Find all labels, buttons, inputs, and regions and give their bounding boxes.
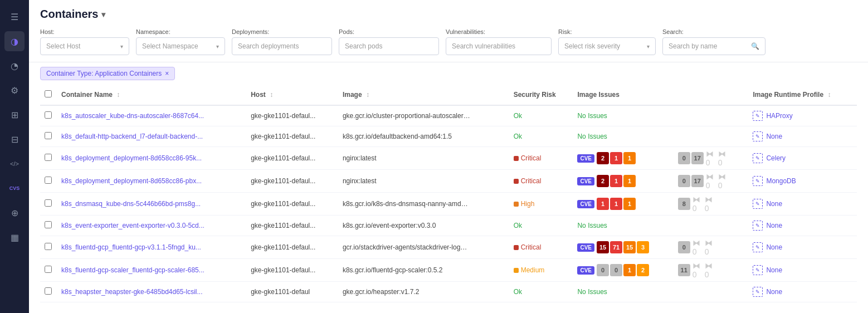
col-container-name[interactable]: Container Name ↕ xyxy=(57,85,246,105)
runtime-profile-name: None xyxy=(766,222,782,229)
menu-icon[interactable]: ☰ xyxy=(4,7,25,27)
table-header-row: Container Name ↕ Host ↕ Image ↕ Security… xyxy=(40,85,857,105)
table-row: k8s_dnsmasq_kube-dns-5c446b66bd-pms8g...… xyxy=(40,193,857,216)
search-label: Search: xyxy=(662,28,765,35)
security-ok: Ok xyxy=(514,288,522,296)
runtime-profile-name: MongoDB xyxy=(766,177,796,185)
image-issues-cell: CVE0012 xyxy=(573,259,673,282)
header: Containers ▾ Host: Select Host ▾ Namespa… xyxy=(29,0,868,62)
container-name-link[interactable]: k8s_fluentd-gcp_fluentd-gcp-v3.1.1-5fngd… xyxy=(61,243,212,251)
row-checkbox-cell[interactable] xyxy=(40,170,57,193)
vulnerabilities-input[interactable]: Search vulnerabilities xyxy=(446,37,552,55)
cve-gray-count: 0 xyxy=(678,241,690,253)
deployments-input[interactable]: Search deployments xyxy=(232,37,332,55)
security-ok: Ok xyxy=(514,222,522,229)
container-name-cell: k8s_dnsmasq_kube-dns-5c446b66bd-pms8g... xyxy=(57,193,246,216)
group-icon[interactable]: ⊕ xyxy=(4,203,25,223)
cve-count: 1 xyxy=(623,152,636,164)
runtime-profile: ✎ None xyxy=(753,287,852,297)
row-checkbox-cell[interactable] xyxy=(40,282,57,302)
row-checkbox-cell[interactable] xyxy=(40,105,57,126)
container-type-filter-tag[interactable]: Container Type: Application Containers × xyxy=(40,67,175,80)
table-row: k8s_heapster_heapster-gke-6485bd4d65-lcs… xyxy=(40,282,857,302)
cve-count: 1 xyxy=(623,175,636,187)
security-ok: Ok xyxy=(514,112,522,120)
row-checkbox-cell[interactable] xyxy=(40,147,57,170)
runtime-profile-cell: ✎ None xyxy=(748,216,857,236)
filter-tag-close-icon[interactable]: × xyxy=(165,70,169,77)
calendar-icon[interactable]: ▦ xyxy=(4,227,25,247)
host-value: gke-gke1101-defaul... xyxy=(251,243,329,251)
row-checkbox-cell[interactable] xyxy=(40,216,57,236)
pods-input[interactable]: Search pods xyxy=(339,37,439,55)
row-checkbox-cell[interactable] xyxy=(40,236,57,259)
runtime-profile-name: None xyxy=(766,288,782,296)
cve-count: 15 xyxy=(597,241,609,253)
title-chevron-icon[interactable]: ▾ xyxy=(101,10,105,19)
container-name-link[interactable]: k8s_default-http-backend_l7-default-back… xyxy=(61,133,212,140)
dashboard-icon[interactable]: ◑ xyxy=(4,31,25,51)
vulnerabilities-placeholder: Search vulnerabilities xyxy=(452,42,515,50)
pods-filter-group: Pods: Search pods xyxy=(339,28,439,55)
row-checkbox-cell[interactable] xyxy=(40,259,57,282)
runtime-profile: ✎ HAProxy xyxy=(753,111,852,121)
pie-chart-icon[interactable]: ◔ xyxy=(4,56,25,76)
table-row: k8s_deployment_deployment-8d658cc86-95k.… xyxy=(40,147,857,170)
col-runtime-profile[interactable]: Image Runtime Profile ↕ xyxy=(748,85,857,105)
image-issues-cell: CVE1571153 xyxy=(573,236,673,259)
search-filter-group: Search: Search by name 🔍 xyxy=(662,28,765,55)
container-name-cell: k8s_fluentd-gcp_fluentd-gcp-v3.1.1-5fngd… xyxy=(57,236,246,259)
layers-icon[interactable]: ⊞ xyxy=(4,105,25,125)
search-input[interactable]: Search by name 🔍 xyxy=(662,37,765,55)
network-icon[interactable]: ⊟ xyxy=(4,129,25,149)
container-name-link[interactable]: k8s_dnsmasq_kube-dns-5c446b66bd-pms8g... xyxy=(61,200,212,208)
cve-count: 2 xyxy=(597,152,609,164)
container-name-link[interactable]: k8s_deployment_deployment-8d658cc86-pbx.… xyxy=(61,177,212,185)
vulnerabilities-filter-group: Vulnerabilities: Search vulnerabilities xyxy=(446,28,552,55)
col-image[interactable]: Image ↕ xyxy=(338,85,509,105)
divider-icon: ⧓ 0 xyxy=(718,153,729,164)
cve-label: CVE xyxy=(577,154,594,163)
select-all-header[interactable] xyxy=(40,85,57,105)
namespace-select[interactable]: Select Namespace ▾ xyxy=(136,37,225,55)
container-name-link[interactable]: k8s_autoscaler_kube-dns-autoscaler-8687c… xyxy=(61,112,212,120)
namespace-label: Namespace: xyxy=(136,28,225,35)
image-cell: k8s.gcr.io/event-exporter:v0.3.0 xyxy=(338,216,509,236)
risk-select[interactable]: Select risk severity ▾ xyxy=(558,37,656,55)
settings-icon[interactable]: ⚙ xyxy=(4,80,25,100)
table-row: k8s_deployment_deployment-8d658cc86-pbx.… xyxy=(40,170,857,193)
cve-gray-count: 0 xyxy=(678,152,690,164)
host-placeholder: Select Host xyxy=(46,42,80,50)
cve-label: CVE xyxy=(577,200,594,208)
row-checkbox-cell[interactable] xyxy=(40,126,57,147)
divider-icon: ⧓ 0 xyxy=(718,175,729,187)
image-value: k8s.gcr.io/fluentd-gcp-scaler:0.5.2 xyxy=(343,266,471,274)
cve-count: 71 xyxy=(610,241,622,253)
medium-dot xyxy=(514,268,519,273)
container-name-link[interactable]: k8s_heapster_heapster-gke-6485bd4d65-lcs… xyxy=(61,288,212,296)
code-icon[interactable]: </> xyxy=(4,154,25,174)
page-title: Containers ▾ xyxy=(40,8,857,21)
table-row: k8s_default-http-backend_l7-default-back… xyxy=(40,126,857,147)
host-cell: gke-gke1101-defaul... xyxy=(246,105,338,126)
container-name-cell: k8s_deployment_deployment-8d658cc86-pbx.… xyxy=(57,170,246,193)
host-cell: gke-gke1101-defaul... xyxy=(246,126,338,147)
cve-bar: CVE0012 xyxy=(577,264,669,276)
host-select[interactable]: Select Host ▾ xyxy=(40,37,129,55)
image-issues-extra-cell: 017⧓ 0⧓ 0 xyxy=(674,170,749,193)
cve-icon[interactable]: CVS xyxy=(4,178,25,198)
image-value: gcr.io/stackdriver-agents/stackdriver-lo… xyxy=(343,243,471,251)
filters-row: Host: Select Host ▾ Namespace: Select Na… xyxy=(40,28,857,62)
image-issues-extra-cell: 8⧓ 0⧓ 0 xyxy=(674,193,749,216)
row-checkbox-cell[interactable] xyxy=(40,193,57,216)
cve-count: 3 xyxy=(637,241,649,253)
runtime-profile-name: None xyxy=(766,266,782,274)
container-name-link[interactable]: k8s_deployment_deployment-8d658cc86-95k.… xyxy=(61,154,212,162)
no-issues-label: No Issues xyxy=(577,112,607,120)
container-name-link[interactable]: k8s_fluentd-gcp-scaler_fluentd-gcp-scale… xyxy=(61,266,212,274)
high-dot xyxy=(514,202,519,207)
container-name-link[interactable]: k8s_event-exporter_event-exporter-v0.3.0… xyxy=(61,222,212,229)
image-issues-cell: No Issues xyxy=(573,126,673,147)
col-host[interactable]: Host ↕ xyxy=(246,85,338,105)
no-issues-label: No Issues xyxy=(577,133,607,140)
